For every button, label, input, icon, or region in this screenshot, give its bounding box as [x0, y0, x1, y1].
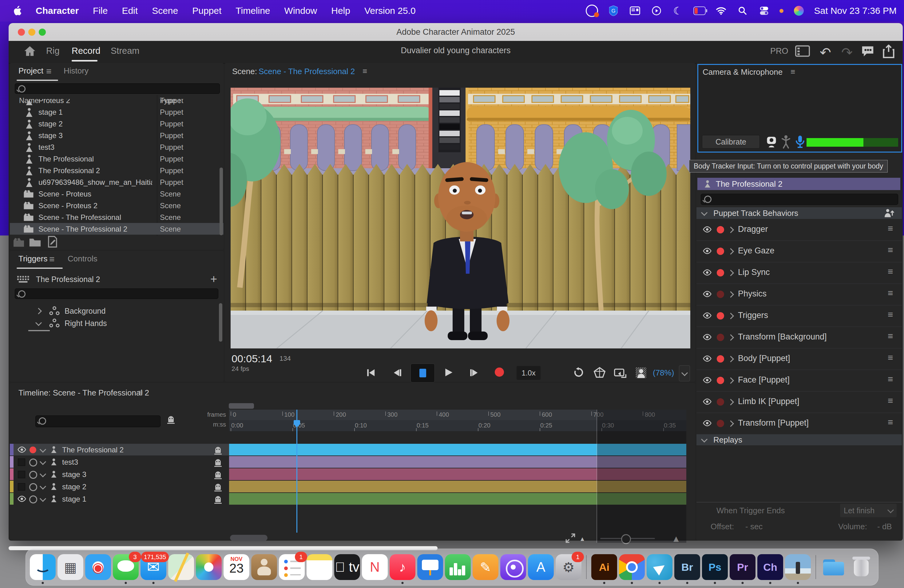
triggers-search-input[interactable]: [15, 288, 218, 299]
project-row[interactable]: stage 3Puppet: [10, 130, 224, 141]
playhead[interactable]: [296, 409, 297, 533]
triggers-scrollbar[interactable]: [219, 303, 222, 341]
behavior-menu-icon[interactable]: ≡: [888, 396, 893, 405]
ghost-icon[interactable]: [215, 483, 221, 492]
chevron-right-icon[interactable]: [727, 227, 734, 233]
menu-item-edit[interactable]: Edit: [122, 6, 138, 16]
dock-icon-calendar[interactable]: NOV23: [224, 554, 250, 580]
control-center-icon[interactable]: [758, 5, 770, 17]
timeline-track-stage-1[interactable]: stage 1: [10, 493, 229, 505]
timeline-scrollbar[interactable]: [230, 535, 267, 541]
eye-icon[interactable]: [703, 291, 712, 297]
record-button[interactable]: [495, 368, 504, 377]
triggers-panel-menu-icon[interactable]: ≡: [49, 254, 55, 264]
arm-for-record-dot[interactable]: [717, 248, 724, 255]
behavior-row-physics[interactable]: Physics≡: [697, 283, 902, 305]
arm-for-record-dot[interactable]: [30, 447, 36, 453]
project-row[interactable]: stage 2Puppet: [10, 118, 224, 130]
eye-icon[interactable]: [703, 356, 712, 362]
menu-item-help[interactable]: Help: [331, 6, 350, 16]
behaviors-section-header[interactable]: Puppet Track Behaviors: [697, 207, 902, 219]
dock-icon-photoshop[interactable]: Ps: [702, 554, 728, 580]
eye-icon[interactable]: [703, 334, 712, 340]
project-row[interactable]: The Professional 2Puppet: [10, 164, 224, 176]
visibility-checkbox[interactable]: [18, 458, 25, 466]
chevron-down-icon[interactable]: [40, 495, 46, 502]
webcam-input-icon[interactable]: [765, 136, 778, 149]
ghost-icon[interactable]: [215, 471, 221, 479]
behavior-menu-icon[interactable]: ≡: [888, 288, 893, 298]
dock-icon-launchpad[interactable]: ▦: [57, 554, 83, 580]
eye-icon[interactable]: [703, 313, 712, 319]
tab-history[interactable]: History: [64, 66, 89, 76]
chevron-right-icon[interactable]: [727, 248, 734, 254]
chevron-down-icon[interactable]: [40, 471, 46, 477]
dock-icon-pages[interactable]: ✎: [473, 554, 498, 580]
focus-moon-icon[interactable]: ☾: [672, 5, 684, 17]
shield-status-icon[interactable]: G: [607, 5, 620, 17]
chevron-down-icon[interactable]: [40, 483, 46, 490]
arm-for-record-dot[interactable]: [717, 398, 724, 406]
timeline-track-test3[interactable]: test3: [10, 456, 229, 468]
menu-item-window[interactable]: Window: [284, 6, 317, 16]
body-tracker-input-icon[interactable]: [780, 135, 792, 150]
dock-icon-keynote[interactable]: [417, 554, 443, 580]
ghost-icon[interactable]: [215, 446, 221, 455]
loop-icon[interactable]: [573, 367, 585, 378]
tab-controls[interactable]: Controls: [68, 254, 98, 264]
behavior-row-limb-ik-puppet-[interactable]: Limb IK [Puppet]≡: [697, 391, 902, 413]
visibility-checkbox[interactable]: [18, 471, 25, 478]
menu-clock[interactable]: Sat Nov 23 7:36 PM: [814, 6, 897, 16]
trigger-tree-row[interactable]: Right Hands: [10, 318, 224, 329]
arm-for-record-circle[interactable]: [29, 471, 37, 479]
dock-icon-numbers[interactable]: [445, 554, 471, 580]
arm-for-record-circle[interactable]: [29, 483, 37, 491]
eye-icon[interactable]: [703, 398, 712, 405]
menu-item-version-25-0[interactable]: Version 25.0: [364, 6, 416, 16]
timeline-track-stage-2[interactable]: stage 2: [10, 481, 229, 492]
stop-button[interactable]: [411, 364, 435, 383]
person-arrange-icon[interactable]: [884, 209, 895, 220]
behavior-row-body-puppet-[interactable]: Body [Puppet]≡: [697, 348, 902, 370]
visibility-checkbox[interactable]: [18, 483, 25, 490]
arm-for-record-dot[interactable]: [717, 291, 724, 298]
eye-icon[interactable]: [703, 248, 712, 254]
eye-icon[interactable]: [703, 226, 712, 232]
timecode[interactable]: 00:05:14: [232, 353, 272, 365]
behavior-menu-icon[interactable]: ≡: [888, 417, 893, 427]
project-row[interactable]: Scene - The Professional 2Scene: [10, 223, 224, 235]
dock-icon-finder[interactable]: [30, 554, 56, 580]
chevron-right-icon[interactable]: [727, 270, 734, 276]
behavior-row-transform-background-[interactable]: Transform [Background]≡: [697, 327, 902, 348]
zoom-dropdown-button[interactable]: [679, 365, 690, 381]
project-row[interactable]: test3Puppet: [10, 141, 224, 153]
timeline-track-the-professional-2[interactable]: The Professional 2: [10, 444, 229, 455]
scene-link[interactable]: Scene - The Professional 2: [259, 67, 355, 76]
dock-icon-messages[interactable]: 3: [113, 554, 139, 580]
play-status-icon[interactable]: [650, 5, 663, 17]
zoom-out-mountain-icon[interactable]: ▲: [579, 536, 585, 542]
chevron-down-icon[interactable]: [40, 446, 46, 453]
dock-icon-safari[interactable]: ◉: [85, 554, 111, 580]
new-scene-icon[interactable]: [13, 237, 25, 248]
project-search-input[interactable]: [15, 83, 220, 94]
next-frame-button[interactable]: [469, 368, 479, 377]
undo-icon[interactable]: ↶: [820, 44, 831, 60]
previous-frame-button[interactable]: [392, 368, 402, 377]
offset-value[interactable]: - sec: [745, 522, 763, 531]
dock-icon-photos[interactable]: [196, 554, 222, 580]
dock-icon-contacts[interactable]: [251, 554, 277, 580]
eye-icon[interactable]: [703, 269, 712, 275]
project-row[interactable]: Scene - The ProfessionalScene: [10, 211, 224, 223]
dock-icon-character-animator[interactable]: Ch: [757, 554, 783, 580]
selected-puppet-row[interactable]: The Professional 2: [697, 178, 900, 190]
behavior-menu-icon[interactable]: ≡: [888, 310, 893, 319]
chevron-right-icon[interactable]: [727, 356, 734, 362]
hide-ghost-button[interactable]: [168, 416, 174, 424]
dock-icon-reminders[interactable]: 1: [279, 554, 305, 580]
behaviors-search-input[interactable]: [701, 194, 898, 205]
menu-item-puppet[interactable]: Puppet: [192, 6, 221, 16]
behavior-menu-icon[interactable]: ≡: [888, 375, 893, 384]
chevron-right-icon[interactable]: [727, 377, 734, 384]
behavior-row-face-puppet-[interactable]: Face [Puppet]≡: [697, 370, 902, 392]
